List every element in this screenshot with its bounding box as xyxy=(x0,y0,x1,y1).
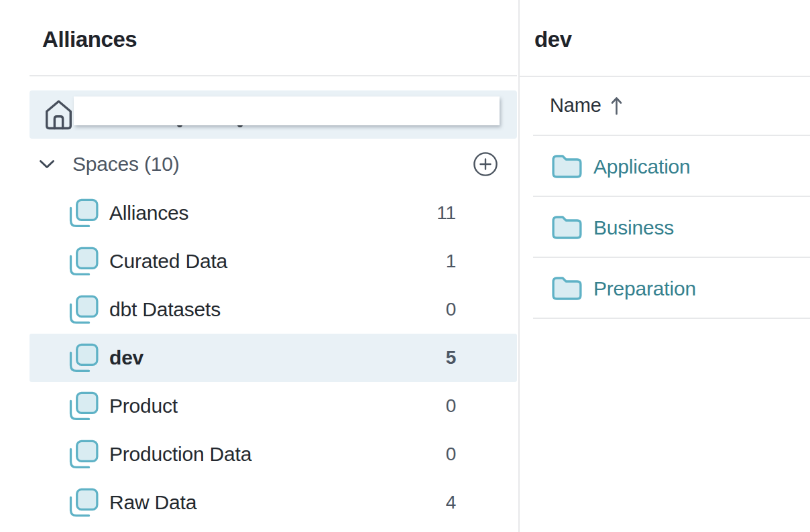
space-icon xyxy=(69,391,99,421)
folder-link[interactable]: Application xyxy=(593,155,691,178)
sidebar-item-label: dev xyxy=(109,346,143,369)
sidebar-item-count: 0 xyxy=(446,444,517,465)
sidebar-item-label: dbt Datasets xyxy=(109,298,221,321)
sidebar-title: Alliances xyxy=(42,27,137,52)
sidebar-item-production-data[interactable]: Production Data 0 xyxy=(30,430,517,478)
spaces-section-label: Spaces (10) xyxy=(72,153,180,176)
space-icon xyxy=(69,247,99,276)
sidebar-item-label: Product xyxy=(109,395,178,417)
app-screen: Alliances Spaces (10) xyxy=(0,0,810,532)
folder-link[interactable]: Preparation xyxy=(593,277,696,300)
home-icon xyxy=(45,99,72,130)
space-icon xyxy=(69,343,99,373)
sidebar-item-dbt-datasets[interactable]: dbt Datasets 0 xyxy=(30,285,517,334)
space-icon xyxy=(69,440,99,469)
add-space-button[interactable] xyxy=(473,151,498,177)
sidebar-item-label: Raw Data xyxy=(109,491,196,514)
sidebar-item-label: Production Data xyxy=(109,443,251,466)
sidebar-item-count: 0 xyxy=(446,395,517,417)
sidebar-item-count: 1 xyxy=(446,251,517,272)
space-icon xyxy=(69,198,99,228)
plus-circle-icon xyxy=(473,151,498,177)
sidebar-item-product[interactable]: Product 0 xyxy=(30,382,517,430)
name-column-label: Name xyxy=(550,94,601,117)
folder-table: Application Business Preparation xyxy=(520,136,810,319)
table-row-preparation[interactable]: Preparation xyxy=(520,258,810,319)
content-panel: dev Name Application Business xyxy=(520,0,810,532)
folder-icon xyxy=(552,154,582,179)
folder-icon xyxy=(552,276,582,301)
sidebar-item-label: Curated Data xyxy=(109,250,227,273)
space-icon xyxy=(69,488,99,517)
column-header-name[interactable]: Name xyxy=(550,76,622,135)
sidebar-item-count: 5 xyxy=(446,347,517,369)
redacted-text-overlay xyxy=(74,96,500,125)
page-title: dev xyxy=(534,27,572,52)
spaces-list: Alliances 11 Curated Data 1 dbt Datasets… xyxy=(30,189,517,527)
folder-link[interactable]: Business xyxy=(593,216,674,239)
home-item[interactable] xyxy=(30,90,517,139)
sidebar-item-curated-data[interactable]: Curated Data 1 xyxy=(30,237,517,285)
sidebar-item-label: Alliances xyxy=(109,202,188,224)
sidebar-item-count: 4 xyxy=(446,492,517,513)
chevron-down-icon xyxy=(39,159,55,169)
space-icon xyxy=(69,295,99,324)
sort-ascending-icon xyxy=(611,95,622,116)
sidebar-item-raw-data[interactable]: Raw Data 4 xyxy=(30,478,517,527)
sidebar-title-divider xyxy=(30,75,517,76)
sidebar-item-dev[interactable]: dev 5 xyxy=(30,334,517,382)
table-row-business[interactable]: Business xyxy=(520,197,810,258)
sidebar-item-count: 0 xyxy=(446,299,517,320)
sidebar: Alliances Spaces (10) xyxy=(0,0,518,532)
spaces-section-toggle[interactable]: Spaces (10) xyxy=(30,139,517,189)
sidebar-item-count: 11 xyxy=(437,202,517,224)
sidebar-item-alliances[interactable]: Alliances 11 xyxy=(30,189,517,237)
folder-icon xyxy=(552,215,582,240)
table-row-application[interactable]: Application xyxy=(520,136,810,197)
